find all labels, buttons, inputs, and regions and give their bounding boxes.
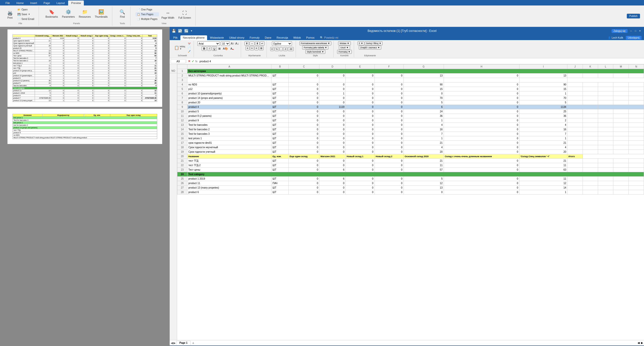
excel-tab-help[interactable]: Pomoc [304, 35, 317, 40]
empty-col-cell[interactable] [628, 168, 644, 172]
empty-col-cell[interactable] [613, 176, 628, 181]
confirm-formula-icon[interactable]: ✓ [192, 59, 194, 63]
data-cell-i[interactable]: 7 [519, 132, 568, 136]
data-cell-b[interactable]: ШТ [272, 100, 288, 105]
data-cell-g[interactable]: 21 [404, 141, 444, 145]
empty-col-cell[interactable] [613, 136, 628, 141]
data-cell-i[interactable]: 5 [519, 100, 568, 105]
data-cell-g[interactable]: 5 [404, 176, 444, 181]
data-cell-h[interactable]: 0 [444, 132, 519, 136]
data-cell-e[interactable]: 0 [346, 176, 374, 181]
data-cell-b[interactable]: ШТ [272, 96, 288, 100]
empty-col-cell[interactable] [582, 100, 598, 105]
tab-insert[interactable]: Insert [27, 0, 40, 5]
data-cell-e[interactable]: 0 [346, 190, 374, 194]
empty-col-cell[interactable] [628, 109, 644, 114]
empty-col-cell[interactable] [568, 168, 582, 172]
empty-col-cell[interactable] [582, 185, 598, 190]
empty-col-cell[interactable] [628, 123, 644, 127]
empty-col-cell[interactable] [613, 181, 628, 185]
border-button[interactable]: ⊞ [218, 47, 221, 51]
data-cell-a[interactable]: product 13 (many propetes) [188, 185, 272, 190]
data-cell-d[interactable]: 0 [320, 150, 346, 154]
empty-col-cell[interactable] [598, 91, 613, 96]
data-cell-c[interactable]: 0 [288, 185, 320, 190]
cell-styles-button[interactable]: Style komórek ▼ [306, 50, 325, 54]
data-cell-g[interactable]: 16 [404, 127, 444, 132]
data-cell-b[interactable]: ШТ [272, 127, 288, 132]
empty-col-cell[interactable] [613, 159, 628, 163]
empty-col-cell[interactable] [598, 145, 613, 150]
data-cell-f[interactable]: 0 [374, 100, 404, 105]
empty-col-cell[interactable] [582, 132, 598, 136]
col-f-header[interactable]: F [374, 64, 404, 69]
empty-col-cell[interactable] [582, 73, 598, 78]
excel-save-icon[interactable]: 💾 [172, 29, 176, 33]
empty-cell[interactable] [346, 78, 374, 82]
data-cell-a[interactable]: Тест цены [188, 168, 272, 172]
sheet-tab-page1[interactable]: Page 1 [176, 341, 191, 345]
tab-page[interactable]: Page [41, 0, 53, 5]
excel-tab-layout[interactable]: Układ strony [226, 35, 247, 40]
data-cell-d[interactable]: 0 [320, 190, 346, 194]
bookmarks-button[interactable]: 🔖 Bookmarks [44, 7, 60, 19]
empty-col-cell[interactable] [582, 96, 598, 100]
empty-col-cell[interactable] [582, 114, 598, 118]
data-cell-g[interactable]: 24 [404, 109, 444, 114]
empty-col-cell[interactable] [613, 91, 628, 96]
empty-col-cell[interactable] [598, 82, 613, 87]
data-cell-a[interactable]: product 1 2019 [188, 176, 272, 181]
data-cell-a[interactable]: Test for barcodes [188, 123, 272, 127]
excel-dropdown-icon[interactable]: ▼ [190, 30, 193, 32]
align-right-button[interactable]: ≡ [254, 46, 258, 50]
data-cell-h[interactable]: 0 [444, 91, 519, 96]
data-cell-e[interactable]: 0 [346, 123, 374, 127]
data-cell-g[interactable]: 13 [404, 73, 444, 78]
data-cell-e[interactable]: 0 [346, 185, 374, 190]
empty-col-cell[interactable] [628, 73, 644, 78]
data-cell-c[interactable]: 0 [288, 127, 320, 132]
empty-col-cell[interactable] [628, 136, 644, 141]
data-cell-i[interactable]: 16 [519, 127, 568, 132]
data-cell-d[interactable]: 0 [320, 114, 346, 118]
tab-preview[interactable]: Preview [68, 0, 84, 5]
data-cell-f[interactable]: 0 [374, 105, 404, 109]
empty-cell[interactable] [444, 78, 519, 82]
print-button[interactable]: 🖨️ Print [5, 8, 15, 20]
page-width-button[interactable]: ↔️ Page Width [160, 8, 176, 20]
empty-col-cell[interactable] [628, 163, 644, 168]
data-cell-h[interactable]: 0 [444, 105, 519, 109]
data-cell-g[interactable]: 0 [404, 190, 444, 194]
empty-col-cell[interactable] [568, 136, 582, 141]
empty-col-cell[interactable] [598, 168, 613, 172]
data-cell-e[interactable]: 0 [346, 73, 374, 78]
col-e-header[interactable]: E [346, 64, 374, 69]
empty-col-cell[interactable] [598, 132, 613, 136]
data-cell-d[interactable]: 0 [320, 163, 346, 168]
data-cell-i[interactable]: 21 [519, 159, 568, 163]
data-cell-i[interactable]: 1134 [519, 105, 568, 109]
empty-col-cell[interactable] [568, 73, 582, 78]
data-cell-g[interactable]: 12 [404, 181, 444, 185]
data-cell-e[interactable]: 0 [346, 82, 374, 87]
data-cell-a[interactable]: product 6 [188, 190, 272, 194]
data-cell-c[interactable]: 0 [288, 150, 320, 154]
open-button[interactable]: 📂 Open [16, 7, 36, 12]
data-cell-d[interactable]: 0 [320, 100, 346, 105]
data-cell-g[interactable]: 11 [404, 163, 444, 168]
empty-col-cell[interactable] [582, 141, 598, 145]
empty-col-cell[interactable] [582, 190, 598, 194]
data-cell-c[interactable]: 0 [288, 91, 320, 96]
data-cell-c[interactable]: 0 [288, 136, 320, 141]
send-email-button[interactable]: ✉️ Send Email [16, 17, 36, 21]
data-cell-i[interactable]: 21 [519, 141, 568, 145]
empty-col-cell[interactable] [582, 181, 598, 185]
data-cell-c[interactable]: 0 [288, 168, 320, 172]
data-cell-i[interactable]: 20 [519, 150, 568, 154]
data-cell-a[interactable]: product 9 [188, 118, 272, 123]
empty-col-cell[interactable] [613, 73, 628, 78]
data-cell-e[interactable]: 0 [346, 141, 374, 145]
excel-redo-icon[interactable]: ↪️ [184, 29, 188, 33]
excel-undo-icon[interactable]: ↩️ [178, 29, 182, 33]
empty-col-cell[interactable] [598, 181, 613, 185]
